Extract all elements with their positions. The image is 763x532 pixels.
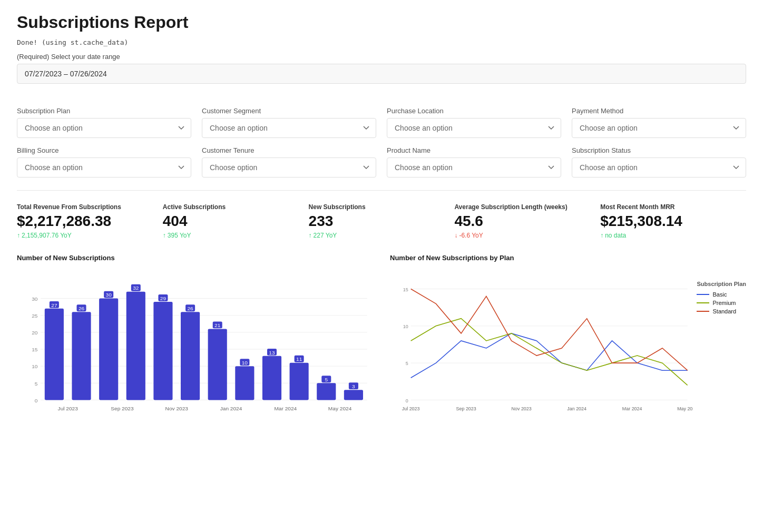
filter-purchase-location-select[interactable]: Choose an option	[387, 118, 561, 138]
svg-text:10: 10	[32, 364, 38, 370]
svg-text:Mar 2024: Mar 2024	[274, 406, 297, 411]
metric-mrr-yoy: ↑ no data	[600, 232, 736, 239]
metric-active-subs-value: 404	[163, 213, 298, 230]
metrics-row: Total Revenue From Subscriptions $2,217,…	[17, 203, 746, 239]
filter-payment-method: Payment Method Choose an option	[572, 107, 746, 138]
metric-new-subs: New Subscriptions 233 ↑ 227 YoY	[309, 203, 455, 239]
metric-avg-length: Average Subscription Length (weeks) 45.6…	[454, 203, 600, 239]
section-divider	[17, 190, 746, 191]
svg-text:10: 10	[242, 360, 248, 366]
filter-product-name-label: Product Name	[387, 146, 561, 154]
legend-standard-label: Standard	[712, 308, 736, 314]
filter-billing-source: Billing Source Choose an option	[17, 146, 191, 178]
metric-new-subs-label: New Subscriptions	[309, 203, 444, 211]
filter-customer-segment-select[interactable]: Choose an option	[202, 118, 376, 138]
line-chart-title: Number of New Subscriptions by Plan	[390, 254, 746, 262]
svg-rect-44	[317, 383, 336, 400]
bar-chart-title: Number of New Subscriptions	[17, 254, 373, 262]
svg-rect-23	[126, 292, 145, 400]
legend-standard: Standard	[697, 308, 746, 314]
svg-text:15: 15	[403, 287, 408, 292]
filter-billing-source-select[interactable]: Choose an option	[17, 157, 191, 178]
date-range-label: (Required) Select your date range	[17, 53, 746, 61]
legend-premium: Premium	[697, 300, 746, 306]
metric-new-subs-yoy: ↑ 227 YoY	[309, 232, 444, 239]
filter-product-name-select[interactable]: Choose an option	[387, 157, 561, 178]
page-title: Subscriptions Report	[17, 13, 746, 32]
filter-customer-segment: Customer Segment Choose an option	[202, 107, 376, 138]
svg-text:32: 32	[133, 285, 139, 291]
metric-avg-length-yoy: ↓ -6.6 YoY	[454, 232, 590, 239]
metric-avg-length-label: Average Subscription Length (weeks)	[454, 203, 590, 211]
svg-text:Sep 2023: Sep 2023	[456, 406, 476, 411]
filter-subscription-plan: Subscription Plan Choose an option	[17, 107, 191, 138]
date-range-display[interactable]: 07/27/2023 – 07/26/2024	[17, 64, 746, 84]
svg-text:0: 0	[35, 398, 38, 403]
svg-text:Mar 2024: Mar 2024	[622, 406, 642, 411]
metric-total-revenue-label: Total Revenue From Subscriptions	[17, 203, 152, 211]
svg-text:30: 30	[106, 292, 112, 298]
legend-premium-label: Premium	[712, 300, 736, 306]
filter-customer-segment-label: Customer Segment	[202, 107, 376, 115]
svg-text:Jul 2023: Jul 2023	[58, 406, 79, 411]
filter-customer-tenure-label: Customer Tenure	[202, 146, 376, 154]
svg-text:26: 26	[79, 306, 85, 311]
filter-subscription-plan-select[interactable]: Choose an option	[17, 118, 191, 138]
legend-standard-line	[697, 311, 709, 312]
svg-text:Nov 2023: Nov 2023	[165, 406, 189, 411]
svg-rect-29	[181, 312, 200, 400]
svg-text:26: 26	[187, 306, 193, 311]
svg-text:Sep 2023: Sep 2023	[111, 406, 134, 411]
svg-text:5: 5	[35, 381, 38, 387]
cache-note: Done! (using st.cache_data)	[17, 38, 746, 46]
metric-mrr: Most Recent Month MRR $215,308.14 ↑ no d…	[600, 203, 746, 239]
svg-text:Jan 2024: Jan 2024	[220, 406, 242, 411]
legend-premium-line	[697, 302, 709, 303]
filter-subscription-status: Subscription Status Choose an option	[572, 146, 746, 178]
charts-section: Number of New Subscriptions 051015202530…	[17, 254, 746, 428]
svg-text:21: 21	[214, 322, 221, 328]
filter-subscription-plan-label: Subscription Plan	[17, 107, 191, 115]
svg-rect-47	[344, 390, 363, 400]
metric-total-revenue-value: $2,217,286.38	[17, 213, 152, 230]
svg-rect-41	[290, 363, 309, 400]
line-chart: 051015Jul 2023Sep 2023Nov 2023Jan 2024Ma…	[390, 270, 693, 428]
svg-text:Jul 2023: Jul 2023	[402, 406, 420, 411]
filter-purchase-location: Purchase Location Choose an option	[387, 107, 561, 138]
filter-payment-method-select[interactable]: Choose an option	[572, 118, 746, 138]
filter-product-name: Product Name Choose an option	[387, 146, 561, 178]
svg-text:3: 3	[352, 383, 355, 389]
svg-text:5: 5	[406, 361, 408, 366]
line-chart-panel: Number of New Subscriptions by Plan 0510…	[390, 254, 746, 428]
svg-text:11: 11	[296, 357, 302, 362]
svg-text:20: 20	[32, 330, 38, 336]
metric-total-revenue-yoy: ↑ 2,155,907.76 YoY	[17, 232, 152, 239]
legend-basic-label: Basic	[712, 291, 727, 298]
svg-text:30: 30	[32, 296, 38, 302]
legend-basic: Basic	[697, 291, 746, 298]
svg-text:25: 25	[32, 313, 38, 319]
metric-active-subs-yoy: ↑ 395 YoY	[163, 232, 298, 239]
filter-payment-method-label: Payment Method	[572, 107, 746, 115]
svg-rect-26	[153, 302, 172, 400]
metric-total-revenue: Total Revenue From Subscriptions $2,217,…	[17, 203, 163, 239]
metric-new-subs-value: 233	[309, 213, 444, 230]
svg-rect-17	[72, 312, 91, 400]
filter-customer-tenure: Customer Tenure Choose option	[202, 146, 376, 178]
svg-text:27: 27	[51, 302, 57, 308]
svg-text:5: 5	[325, 377, 328, 382]
filter-customer-tenure-select[interactable]: Choose option	[202, 157, 376, 178]
svg-rect-32	[208, 329, 227, 400]
svg-text:0: 0	[406, 398, 408, 403]
svg-text:29: 29	[160, 295, 167, 301]
metric-mrr-label: Most Recent Month MRR	[600, 203, 736, 211]
svg-rect-35	[235, 366, 254, 400]
bar-chart-panel: Number of New Subscriptions 051015202530…	[17, 254, 373, 428]
svg-text:13: 13	[269, 350, 275, 356]
svg-text:Jan 2024: Jan 2024	[567, 406, 586, 411]
filter-billing-source-label: Billing Source	[17, 146, 191, 154]
metric-active-subs-label: Active Subscriptions	[163, 203, 298, 211]
svg-rect-38	[262, 356, 281, 400]
svg-rect-20	[99, 299, 118, 400]
filter-subscription-status-select[interactable]: Choose an option	[572, 157, 746, 178]
